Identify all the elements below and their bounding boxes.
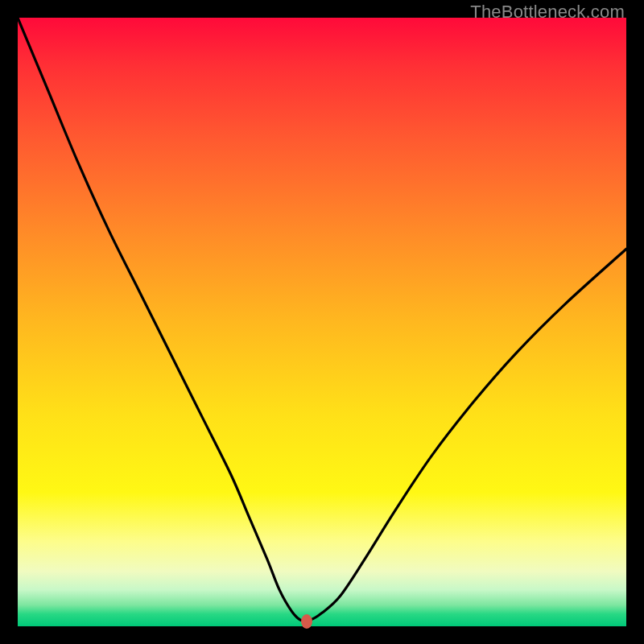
chart-frame: TheBottleneck.com: [0, 0, 644, 644]
plot-area: [18, 18, 626, 626]
optimal-point-marker: [301, 614, 312, 629]
bottleneck-curve: [18, 18, 626, 621]
curve-svg: [18, 18, 626, 626]
